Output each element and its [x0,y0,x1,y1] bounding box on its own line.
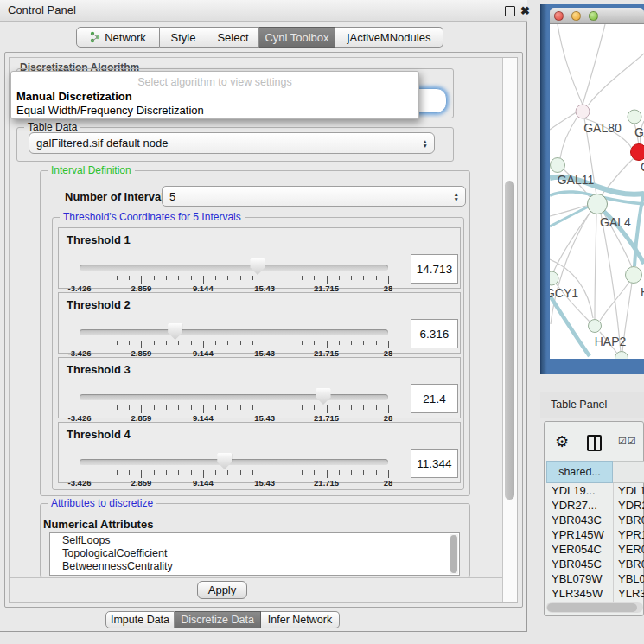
network-edge[interactable] [558,24,583,105]
column-header-name[interactable]: name [613,461,644,483]
table-row[interactable]: YBR043CYBR0 [546,513,644,528]
network-edge[interactable] [560,117,577,158]
threshold-4-slider-thumb[interactable] [217,453,232,469]
tab-network[interactable]: Network [76,27,160,48]
network-node[interactable] [550,271,558,285]
algorithm-placeholder-option[interactable]: Select algorithm to view settings [11,76,418,88]
cyni-main-panel: Discretization Algorithm Table Data galF… [4,52,523,608]
numerical-attribute-item[interactable]: SelfLoops [50,533,459,546]
cell-name[interactable]: YBR0 [613,513,644,528]
cell-name[interactable]: YDR2 [613,499,644,513]
network-node[interactable] [631,144,644,161]
cell-name[interactable]: YPR1 [613,528,644,543]
network-edge[interactable] [601,214,621,352]
cell-shared-name[interactable]: YBR043C [546,513,613,528]
threshold-2-slider-track[interactable] [80,329,388,335]
network-edge[interactable] [588,54,644,105]
apply-button[interactable]: Apply [197,581,247,599]
table-row[interactable]: YLR345WYLR3 [546,587,644,602]
cell-shared-name[interactable]: YPR145W [546,528,613,543]
threshold-4-value-field[interactable]: 11.344 [411,449,458,478]
network-edge[interactable] [550,112,577,130]
network-edge[interactable] [583,24,605,105]
numerical-attribute-item[interactable]: BetweennessCentrality [50,559,459,572]
list-scrollbar-thumb[interactable] [450,535,457,573]
tick-mark [203,341,204,348]
tab-infer-network-label: Infer Network [268,614,332,626]
tick-mark [154,470,155,475]
cell-name[interactable]: YER0 [613,543,644,558]
threshold-1-slider-track[interactable] [80,265,388,271]
cell-shared-name[interactable]: YLR345W [546,587,613,602]
cell-shared-name[interactable]: YBL079W [546,572,613,587]
network-edge[interactable] [550,205,590,216]
column-layout-icon[interactable] [587,435,602,451]
network-edge-highlighted[interactable] [550,296,590,356]
threshold-2-slider-thumb[interactable] [168,323,182,340]
float-window-icon[interactable] [505,6,515,16]
threshold-4-slider-track[interactable] [80,459,388,465]
tick-mark [376,341,377,345]
network-edge[interactable] [600,282,629,321]
tick-mark [252,470,253,475]
network-node[interactable] [589,320,602,333]
numerical-attributes-list[interactable]: SelfLoopsTopologicalCoefficientBetweenne… [49,532,460,576]
cell-name[interactable]: YDL1 [613,484,644,499]
threshold-2-value-field[interactable]: 6.316 [411,319,458,348]
tab-discretize-data[interactable]: Discretize Data [175,611,261,628]
network-node[interactable] [588,194,608,214]
cell-name[interactable]: YBL0 [613,572,644,587]
mac-zoom-icon[interactable] [589,11,598,21]
mac-minimize-icon[interactable] [571,11,581,21]
tick-mark [388,405,389,413]
table-hscrollbar-thumb[interactable] [547,603,637,612]
threshold-3-label: Threshold 3 [67,363,131,376]
select-columns-icon[interactable]: ☑☑ [618,436,637,447]
tab-jactivemnodules[interactable]: jActiveMNodules [335,27,443,48]
mac-close-icon[interactable] [554,11,564,21]
tab-style[interactable]: Style [160,27,207,48]
table-row[interactable]: YDL19...YDL1 [546,484,644,499]
table-row[interactable]: YBR045CYBR0 [546,558,644,572]
tick-mark [314,470,315,475]
table-hscrollbar[interactable] [546,602,643,613]
tab-cyni-toolbox[interactable]: Cyni Toolbox [259,27,335,48]
cell-name[interactable]: YLR3 [613,587,644,602]
threshold-3-slider-thumb[interactable] [316,388,331,405]
number-of-intervals-combobox[interactable]: 5 ▲▼ [162,186,466,207]
table-row[interactable]: YDR27...YDR2 [546,499,644,513]
table-data-combobox[interactable]: galFiltered.sif default node ▲▼ [29,132,435,154]
table-row[interactable]: YBL079WYBL0 [546,572,644,587]
algorithm-option-manual[interactable]: Manual Discretization [16,90,132,103]
algorithm-option-equal-width[interactable]: Equal Width/Frequency Discretization [16,104,204,117]
main-scrollbar[interactable] [502,58,517,602]
network-node[interactable] [626,267,642,284]
table-row[interactable]: YPR145WYPR1 [546,528,644,543]
network-node[interactable] [551,158,565,173]
network-node[interactable] [576,105,590,118]
gear-icon[interactable]: ⚙ [555,432,569,451]
main-scrollbar-thumb[interactable] [505,181,514,500]
tab-select[interactable]: Select [207,27,259,48]
cell-shared-name[interactable]: YDR27... [546,499,613,513]
threshold-3-value-field[interactable]: 21.4 [411,384,458,413]
numerical-attribute-item[interactable]: TopologicalCoefficient [50,546,459,559]
list-scrollbar[interactable] [450,534,458,574]
cell-name[interactable]: YBR0 [613,558,644,572]
cell-shared-name[interactable]: YBR045C [546,558,613,572]
close-icon[interactable]: ✖ [520,4,530,17]
scale-label: 21.715 [314,478,339,488]
cell-shared-name[interactable]: YER054C [546,543,613,558]
threshold-1-value-field[interactable]: 14.713 [411,254,458,284]
column-header-shared-name[interactable]: shared... [546,461,613,483]
network-edge[interactable] [595,214,596,319]
threshold-1-slider-thumb[interactable] [250,258,265,275]
threshold-3-slider-track[interactable] [80,394,388,400]
cell-shared-name[interactable]: YDL19... [546,484,613,499]
table-row[interactable]: YER054CYER0 [546,543,644,558]
tick-mark [302,276,303,280]
network-canvas[interactable]: GAL80GACGAL11GAL4GCY1HHAP2 [550,24,644,359]
network-node[interactable] [628,110,641,124]
tab-infer-network[interactable]: Infer Network [261,611,340,628]
tab-impute-data[interactable]: Impute Data [105,611,175,628]
